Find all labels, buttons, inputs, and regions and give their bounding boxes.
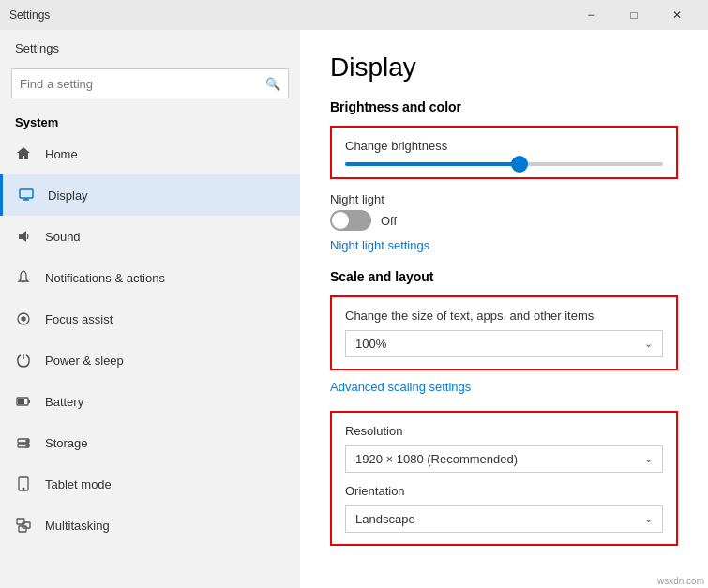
toggle-thumb (332, 212, 349, 229)
home-icon (15, 145, 32, 162)
orientation-dropdown-chevron: ⌄ (644, 513, 653, 525)
sidebar-item-storage[interactable]: Storage (0, 422, 300, 463)
sidebar-item-focus[interactable]: Focus assist (0, 298, 300, 339)
multitasking-icon (15, 517, 32, 534)
night-light-off-label: Off (381, 214, 397, 228)
sidebar-item-power-label: Power & sleep (45, 354, 124, 368)
brightness-slider-fill (345, 162, 520, 166)
sidebar-item-display-label: Display (48, 188, 88, 203)
svg-point-15 (23, 488, 24, 490)
brightness-box: Change brightness (330, 126, 678, 179)
brightness-label: Change brightness (345, 139, 663, 153)
scale-label: Change the size of text, apps, and other… (345, 309, 663, 323)
titlebar-title: Settings (9, 8, 569, 22)
sidebar-section-label: System (0, 108, 300, 133)
svg-rect-0 (20, 189, 33, 198)
sidebar-item-power[interactable]: Power & sleep (0, 339, 300, 381)
orientation-label: Orientation (345, 484, 663, 498)
brightness-slider-track[interactable] (345, 162, 663, 166)
sidebar-item-display[interactable]: Display (0, 174, 300, 216)
scale-section-heading: Scale and layout (330, 269, 678, 284)
scale-dropdown[interactable]: 100% ⌄ (345, 330, 663, 357)
sidebar: Settings 🔍 System Home (0, 30, 300, 588)
minimize-button[interactable]: − (569, 0, 612, 30)
brightness-slider-container (345, 162, 663, 166)
night-light-row: Night light (330, 192, 678, 206)
brightness-section-heading: Brightness and color (330, 99, 678, 114)
watermark: wsxdn.com (657, 576, 704, 586)
titlebar: Settings − □ ✕ (0, 0, 708, 30)
notifications-icon (15, 269, 32, 286)
close-button[interactable]: ✕ (655, 0, 699, 30)
svg-marker-3 (19, 231, 26, 242)
maximize-button[interactable]: □ (612, 0, 655, 30)
resolution-dropdown-value: 1920 × 1080 (Recommended) (355, 452, 518, 466)
night-light-toggle[interactable] (330, 210, 371, 231)
sidebar-header: Settings (0, 30, 300, 63)
battery-icon (15, 393, 32, 410)
sidebar-item-sound-label: Sound (45, 230, 81, 244)
sidebar-item-tablet-label: Tablet mode (45, 477, 112, 491)
night-light-label: Night light (330, 192, 384, 206)
resolution-box: Resolution 1920 × 1080 (Recommended) ⌄ O… (330, 411, 678, 546)
storage-icon (15, 434, 32, 451)
resolution-dropdown[interactable]: 1920 × 1080 (Recommended) ⌄ (345, 445, 663, 473)
page-title: Display (330, 53, 678, 83)
sidebar-search-container[interactable]: 🔍 (11, 68, 289, 98)
power-icon (15, 352, 32, 369)
tablet-icon (15, 475, 32, 492)
scale-dropdown-chevron: ⌄ (644, 338, 653, 350)
focus-icon (15, 310, 32, 327)
sidebar-item-battery[interactable]: Battery (0, 381, 300, 422)
sidebar-item-notifications-label: Notifications & actions (45, 271, 165, 285)
sidebar-item-battery-label: Battery (45, 395, 83, 409)
orientation-dropdown-value: Landscape (355, 512, 415, 526)
svg-rect-9 (18, 399, 24, 404)
sidebar-item-focus-label: Focus assist (45, 312, 113, 326)
svg-rect-16 (17, 519, 24, 524)
sidebar-item-home-label: Home (45, 147, 78, 161)
brightness-slider-thumb[interactable] (511, 156, 528, 173)
sound-icon (15, 228, 32, 245)
advanced-scaling-link[interactable]: Advanced scaling settings (330, 380, 678, 394)
app-container: Settings 🔍 System Home (0, 30, 708, 588)
sidebar-item-multitasking-label: Multitasking (45, 519, 110, 533)
sidebar-item-sound[interactable]: Sound (0, 216, 300, 257)
sidebar-item-storage-label: Storage (45, 436, 88, 450)
sidebar-item-home[interactable]: Home (0, 133, 300, 174)
night-light-settings-link[interactable]: Night light settings (330, 238, 678, 252)
sidebar-item-multitasking[interactable]: Multitasking (0, 505, 300, 546)
main-content: Display Brightness and color Change brig… (300, 30, 708, 588)
scale-dropdown-value: 100% (355, 337, 386, 351)
svg-point-13 (26, 445, 28, 446)
resolution-label: Resolution (345, 424, 663, 438)
svg-point-12 (26, 440, 28, 442)
search-input[interactable] (20, 77, 265, 91)
orientation-dropdown[interactable]: Landscape ⌄ (345, 505, 663, 533)
sidebar-item-notifications[interactable]: Notifications & actions (0, 257, 300, 298)
display-icon (18, 187, 35, 204)
svg-point-5 (22, 317, 25, 321)
titlebar-controls: − □ ✕ (569, 0, 699, 30)
night-light-toggle-row: Off (330, 210, 678, 231)
sidebar-item-tablet[interactable]: Tablet mode (0, 463, 300, 505)
scale-box: Change the size of text, apps, and other… (330, 295, 678, 370)
search-icon: 🔍 (265, 77, 280, 91)
resolution-dropdown-chevron: ⌄ (644, 453, 653, 465)
